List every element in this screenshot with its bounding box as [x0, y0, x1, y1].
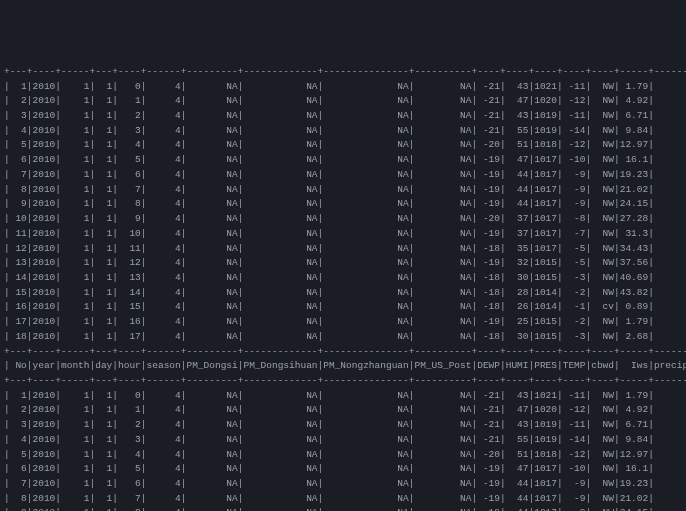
terminal-output: +---+----+-----+---+----+------+--------…	[4, 65, 682, 511]
